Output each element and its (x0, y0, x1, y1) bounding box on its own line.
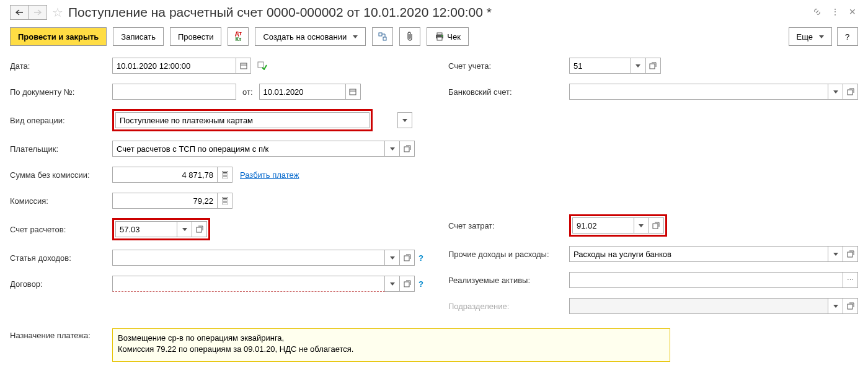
settle-acc-input[interactable] (115, 221, 177, 237)
doc-no-label: По документу №: (10, 87, 112, 97)
nav-forward-button[interactable] (29, 5, 47, 20)
svg-rect-13 (223, 172, 227, 173)
svg-rect-1 (383, 37, 386, 40)
open-icon (404, 145, 411, 152)
svg-rect-6 (241, 63, 247, 69)
bank-acc-input[interactable] (569, 84, 828, 100)
subdivision-open[interactable] (843, 298, 858, 314)
cost-acc-input[interactable] (572, 217, 634, 234)
svg-rect-4 (437, 37, 442, 40)
sum-input[interactable] (112, 167, 218, 183)
kebab-menu-icon[interactable]: ⋮ (830, 7, 841, 18)
split-payment-link[interactable]: Разбить платеж (240, 170, 299, 180)
arrow-left-icon (15, 9, 24, 15)
settle-acc-highlight (112, 218, 210, 240)
more-button[interactable]: Еще (789, 27, 832, 46)
payer-open[interactable] (400, 141, 415, 157)
other-income-open[interactable] (843, 246, 858, 262)
purpose-textarea[interactable] (112, 328, 670, 362)
structure-icon (378, 32, 388, 42)
calculator-button-2[interactable] (218, 193, 232, 209)
svg-rect-3 (437, 33, 442, 35)
bank-acc-open[interactable] (843, 84, 858, 100)
link-icon[interactable] (812, 7, 823, 18)
open-icon (649, 62, 657, 69)
svg-rect-8 (258, 62, 264, 68)
status-flag-icon[interactable] (257, 61, 267, 70)
svg-rect-21 (223, 198, 227, 199)
settle-acc-open[interactable] (192, 221, 207, 237)
page-title: Поступление на расчетный счет 0000-00000… (68, 5, 812, 20)
dt-kt-button[interactable]: ДтКт (228, 27, 249, 46)
income-help-icon[interactable]: ? (418, 253, 423, 263)
post-button[interactable]: Провести (170, 27, 222, 46)
date-input[interactable] (112, 58, 236, 74)
open-icon (196, 225, 203, 233)
payer-dropdown[interactable] (385, 141, 400, 157)
svg-point-5 (441, 35, 443, 37)
op-type-dropdown[interactable] (397, 112, 412, 128)
attachment-button[interactable] (399, 27, 420, 46)
payer-input[interactable] (112, 141, 385, 157)
realizable-input[interactable] (569, 272, 843, 288)
op-type-highlight (112, 109, 373, 131)
svg-rect-34 (848, 252, 852, 257)
dt-kt-icon: ДтКт (235, 31, 242, 42)
calendar-icon (240, 62, 247, 69)
contract-help-icon[interactable]: ? (418, 279, 423, 289)
arrow-right-icon (33, 9, 42, 15)
commission-input[interactable] (112, 193, 218, 209)
post-and-close-button[interactable]: Провести и закрыть (10, 27, 107, 46)
account-label: Счет учета: (448, 61, 569, 71)
structure-button[interactable] (372, 27, 393, 46)
open-icon (652, 222, 660, 229)
contract-open[interactable] (400, 276, 415, 292)
other-income-dropdown[interactable] (828, 246, 843, 262)
settle-acc-label: Счет расчетов: (10, 225, 112, 234)
contract-input[interactable] (112, 276, 385, 292)
bank-acc-dropdown[interactable] (828, 84, 843, 100)
calendar-button[interactable] (236, 58, 251, 74)
calendar-icon (349, 88, 356, 95)
calculator-button[interactable] (218, 167, 232, 183)
sum-label: Сумма без комиссии: (10, 170, 112, 180)
other-income-label: Прочие доходы и расходы: (448, 250, 569, 259)
account-dropdown[interactable] (631, 58, 646, 74)
svg-rect-11 (404, 147, 409, 152)
realizable-more[interactable]: ⋯ (843, 272, 858, 288)
create-based-button[interactable]: Создать на основании (255, 27, 366, 46)
cost-acc-label: Счет затрат: (448, 221, 569, 230)
open-icon (847, 88, 854, 95)
cheque-button[interactable]: Чек (427, 27, 469, 46)
close-icon[interactable]: ✕ (847, 7, 858, 18)
favorite-star-icon[interactable]: ☆ (52, 5, 63, 20)
subdivision-label: Подразделение: (448, 302, 569, 311)
cost-acc-open[interactable] (649, 217, 664, 234)
svg-point-18 (224, 176, 226, 177)
svg-rect-9 (350, 89, 356, 95)
calendar-button-2[interactable] (346, 84, 361, 100)
income-item-input[interactable] (112, 250, 385, 266)
doc-no-input[interactable] (112, 84, 236, 100)
op-type-input[interactable] (115, 112, 370, 128)
calculator-icon (222, 197, 228, 204)
realizable-label: Реализуемые активы: (448, 276, 569, 285)
cost-acc-highlight (569, 214, 667, 237)
income-dropdown[interactable] (385, 250, 400, 266)
account-open[interactable] (646, 58, 661, 74)
settle-acc-dropdown[interactable] (177, 221, 192, 237)
account-input[interactable] (569, 58, 631, 74)
help-button[interactable]: ? (837, 27, 858, 46)
contract-dropdown[interactable] (385, 276, 400, 292)
nav-back-button[interactable] (10, 5, 29, 20)
write-button[interactable]: Записать (113, 27, 164, 46)
other-income-input[interactable] (569, 246, 828, 262)
doc-date-input[interactable] (259, 84, 346, 100)
cost-acc-dropdown[interactable] (634, 217, 649, 234)
income-open[interactable] (400, 250, 415, 266)
open-icon (847, 302, 854, 310)
subdivision-dropdown[interactable] (828, 298, 843, 314)
svg-rect-29 (404, 256, 409, 261)
svg-point-16 (226, 175, 227, 176)
svg-rect-33 (653, 224, 658, 229)
